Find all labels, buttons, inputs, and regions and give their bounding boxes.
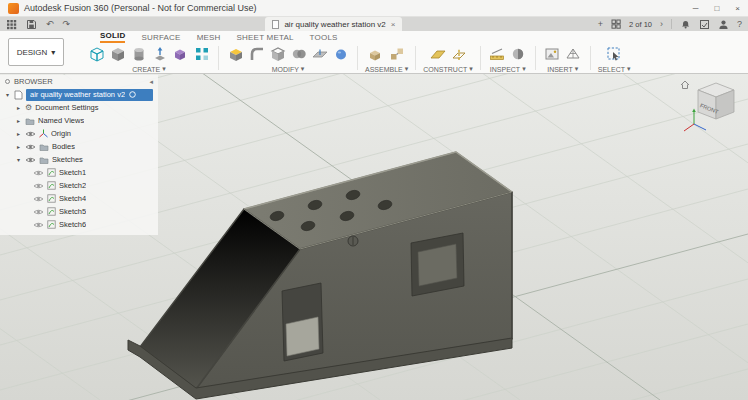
expander-icon[interactable]: ▾ — [15, 156, 22, 163]
close-tab-icon[interactable]: × — [391, 20, 396, 29]
eye-icon[interactable] — [25, 156, 36, 164]
appearance-icon[interactable] — [331, 44, 350, 63]
expander-icon[interactable]: ▸ — [15, 117, 22, 124]
document-icon — [272, 20, 279, 29]
inspect-group-label[interactable]: INSPECT▾ — [490, 65, 526, 73]
sketch-label: Sketch5 — [59, 207, 86, 216]
tab-tools[interactable]: TOOLS — [310, 33, 338, 43]
sketch-icon — [47, 194, 56, 203]
eye-icon[interactable] — [33, 169, 44, 177]
ribbon-group-select: SELECT▾ — [591, 43, 638, 73]
select-group-label[interactable]: SELECT▾ — [598, 65, 631, 73]
fillet-icon[interactable] — [247, 44, 266, 63]
pattern-icon[interactable] — [192, 44, 211, 63]
browser-row-sketches[interactable]: ▾ Sketches — [0, 153, 158, 166]
root-node-label: air quality weather station v2 — [30, 90, 125, 99]
minimize-button[interactable]: ─ — [693, 4, 699, 13]
next-tab-icon[interactable]: › — [660, 20, 663, 29]
eye-icon[interactable] — [33, 221, 44, 229]
insert-canvas-icon[interactable] — [543, 44, 562, 63]
tab-pagination: 2 of 10 — [629, 20, 652, 29]
document-tab[interactable]: air quality weather station v2 × — [265, 17, 402, 31]
tab-surface[interactable]: SURFACE — [141, 33, 180, 43]
eye-icon[interactable] — [33, 182, 44, 190]
combine-icon[interactable] — [289, 44, 308, 63]
new-tab-icon[interactable]: + — [598, 20, 603, 29]
folder-icon — [39, 143, 49, 151]
profile-avatar-icon[interactable] — [718, 19, 729, 30]
browser-row-bodies[interactable]: ▸ Bodies — [0, 140, 158, 153]
new-component-icon[interactable] — [87, 44, 106, 63]
offset-face-icon[interactable] — [310, 44, 329, 63]
tab-mesh[interactable]: MESH — [197, 33, 221, 43]
tab-sheet-metal[interactable]: SHEET METAL — [237, 33, 294, 43]
expander-icon[interactable]: ▸ — [15, 130, 22, 137]
browser-row-sketch1[interactable]: Sketch1 — [0, 166, 158, 179]
assemble-component-icon[interactable] — [367, 44, 386, 63]
insert-group-label[interactable]: INSERT▾ — [547, 65, 578, 73]
undo-icon[interactable]: ↶ — [46, 20, 54, 29]
sketch-label: Sketch2 — [59, 181, 86, 190]
browser-row-sketch5[interactable]: Sketch5 — [0, 205, 158, 218]
save-icon[interactable] — [26, 19, 37, 30]
browser-row-sketch4[interactable]: Sketch4 — [0, 192, 158, 205]
origin-axes-icon — [39, 129, 48, 138]
create-group-label[interactable]: CREATE▾ — [132, 65, 165, 73]
select-icon[interactable] — [605, 44, 624, 63]
measure-icon[interactable] — [488, 44, 507, 63]
ribbon-group-insert: INSERT▾ — [536, 43, 590, 73]
create-box-icon[interactable] — [108, 44, 127, 63]
tab-overview-icon[interactable] — [611, 19, 621, 29]
job-status-icon[interactable] — [699, 19, 710, 30]
browser-dot-icon — [5, 79, 10, 84]
sketch-icon — [47, 181, 56, 190]
browser-row-sketch6[interactable]: Sketch6 — [0, 218, 158, 231]
construction-plane-icon[interactable] — [428, 44, 447, 63]
derive-icon[interactable] — [171, 44, 190, 63]
ribbon-group-construct: CONSTRUCT▾ — [416, 43, 479, 73]
assemble-group-label[interactable]: ASSEMBLE▾ — [365, 65, 408, 73]
home-view-icon[interactable] — [681, 81, 689, 89]
modify-group-label[interactable]: MODIFY▾ — [272, 65, 305, 73]
tab-solid[interactable]: SOLID — [100, 31, 125, 43]
workspace-selector[interactable]: DESIGN ▾ — [8, 38, 64, 66]
folder-icon — [25, 117, 35, 125]
browser-root-row[interactable]: ▾ air quality weather station v2 — [0, 88, 158, 101]
shell-icon[interactable] — [268, 44, 287, 63]
extrude-icon[interactable] — [150, 44, 169, 63]
insert-mesh-icon[interactable] — [564, 44, 583, 63]
expander-icon[interactable]: ▾ — [4, 91, 11, 98]
browser-panel: BROWSER ◂ ▾ air quality weather station … — [0, 75, 158, 235]
eye-icon[interactable] — [25, 143, 36, 151]
section-analysis-icon[interactable] — [509, 44, 528, 63]
joint-icon[interactable] — [388, 44, 407, 63]
eye-icon[interactable] — [25, 130, 36, 138]
notification-bell-icon[interactable] — [680, 18, 691, 30]
chevron-down-icon: ▾ — [51, 48, 55, 57]
close-window-button[interactable]: × — [735, 4, 740, 13]
data-panel-toggle-icon[interactable] — [6, 19, 17, 30]
browser-row-sketch2[interactable]: Sketch2 — [0, 179, 158, 192]
redo-icon[interactable]: ↷ — [63, 20, 71, 29]
construct-group-label[interactable]: CONSTRUCT▾ — [423, 65, 472, 73]
construction-axis-icon[interactable] — [449, 44, 468, 63]
ribbon-group-create: CREATE▾ — [80, 43, 218, 73]
ribbon-group-assemble: ASSEMBLE▾ — [358, 43, 415, 73]
eye-icon[interactable] — [33, 195, 44, 203]
create-cylinder-icon[interactable] — [129, 44, 148, 63]
expander-icon[interactable]: ▸ — [15, 104, 22, 111]
collapse-panel-icon[interactable]: ◂ — [149, 78, 153, 86]
browser-row-named-views[interactable]: ▸ Named Views — [0, 114, 158, 127]
maximize-button[interactable]: □ — [714, 4, 719, 13]
browser-row-document-settings[interactable]: ▸ ⚙ Document Settings — [0, 101, 158, 114]
eye-icon[interactable] — [33, 208, 44, 216]
browser-title: BROWSER — [14, 77, 53, 86]
window-title: Autodesk Fusion 360 (Personal - Not for … — [24, 3, 257, 13]
browser-row-origin[interactable]: ▸ Origin — [0, 127, 158, 140]
press-pull-icon[interactable] — [226, 44, 245, 63]
viewcube[interactable]: FRONT — [678, 78, 740, 140]
expander-icon[interactable]: ▸ — [15, 143, 22, 150]
help-icon[interactable]: ? — [737, 20, 742, 29]
front-sensor-hole — [348, 236, 358, 246]
front-cutout-right — [411, 233, 464, 296]
